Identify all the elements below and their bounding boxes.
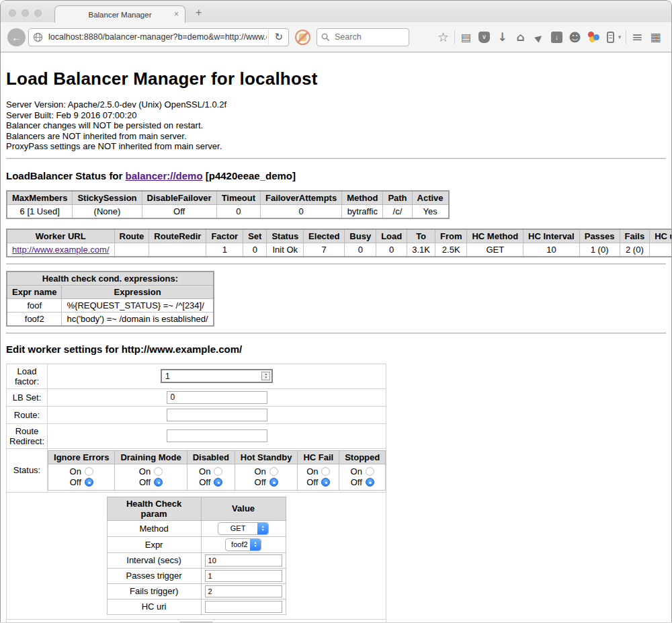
forum-smiley-icon[interactable]: ☻ (566, 30, 584, 44)
pocket-icon[interactable]: ∨ (478, 32, 490, 43)
expr-select[interactable]: foof2 (225, 538, 261, 551)
route-input[interactable] (167, 409, 267, 421)
server-built: Server Built: Feb 9 2016 07:00:20 (6, 110, 666, 121)
route-redirect-label: Route Redirect: (7, 423, 48, 448)
hc-uri-input[interactable] (205, 601, 282, 613)
horizontal-rule (6, 158, 666, 159)
ignore-errors-on-radio[interactable] (85, 467, 93, 476)
window-minimize-button[interactable] (22, 9, 29, 17)
worker-table: Worker URL Route RouteRedir Factor Set S… (6, 229, 672, 257)
hc-row-passes: Passes trigger (107, 568, 286, 583)
hc-row-fails: Fails trigger) (107, 583, 286, 599)
color-picker-icon[interactable] (587, 31, 599, 43)
tab-title: Balancer Manager (89, 11, 152, 19)
clipboard-icon[interactable]: ▤ (457, 31, 475, 44)
bookmark-star-icon[interactable]: ☆ (434, 30, 452, 44)
draining-mode-on-radio[interactable] (154, 467, 163, 476)
hc-fail-on-radio[interactable] (321, 467, 330, 476)
route-label: Route: (7, 406, 48, 423)
col-hot-standby: Hot Standby (235, 450, 298, 464)
form-row-status: Status: Ignore Errors Draining Mode Disa… (7, 448, 386, 492)
save-to-device-icon[interactable]: ↓ (551, 32, 562, 43)
col-stopped: Stopped (339, 450, 386, 464)
load-factor-input[interactable] (161, 369, 273, 383)
hc-row-hc-uri: HC uri (107, 599, 286, 614)
balancer-link[interactable]: balancer://demo (126, 170, 203, 181)
col-maxmembers: MaxMembers (7, 191, 73, 205)
adblock-disabled-icon[interactable] (295, 30, 310, 45)
draining-mode-off-radio[interactable] (154, 478, 163, 487)
form-row-route-redirect: Route Redirect: (7, 423, 386, 448)
downloads-icon[interactable]: ↓ (493, 30, 511, 44)
disabled-on-radio[interactable] (214, 467, 222, 476)
persist-notice: Balancer changes will NOT be persisted o… (6, 120, 666, 131)
table-row: 6 [1 Used] (None) Off 0 0 bytraffic /c/ … (7, 204, 449, 218)
disabled-off-radio[interactable] (214, 478, 222, 487)
passes-input[interactable] (205, 570, 282, 582)
col-active: Active (412, 191, 449, 205)
reload-icon[interactable]: ↻ (268, 30, 286, 44)
reader-list-icon[interactable] (607, 32, 614, 43)
col-hc-fail: HC Fail (298, 450, 339, 464)
tab-balancer-manager[interactable]: Balancer Manager × (54, 5, 185, 23)
health-check-table: Health Check param Value Method GET Expr (107, 497, 286, 615)
hc-row-expr: Expr foof2 (107, 536, 286, 552)
load-factor-stepper[interactable] (161, 369, 273, 383)
fails-input[interactable] (205, 585, 282, 597)
stopped-off-radio[interactable] (366, 478, 374, 487)
search-bar[interactable] (317, 28, 409, 46)
overflow-caret-icon[interactable]: ▾ (616, 34, 624, 40)
url-input[interactable] (47, 32, 268, 42)
tab-groups-icon[interactable]: ▦ (646, 30, 665, 44)
col-disablefailover: DisableFailover (142, 191, 216, 205)
navigation-toolbar: ← ↻ ☆ ▤ ∨ ↓ ⌂ ▶ (1, 22, 671, 52)
new-tab-button[interactable]: + (196, 7, 202, 19)
stopped-on-radio[interactable] (366, 467, 374, 476)
form-row-health-check: Health Check param Value Method GET Expr (7, 492, 386, 619)
lb-set-input[interactable] (167, 391, 267, 404)
col-stickysession: StickySession (73, 191, 142, 205)
search-input[interactable] (333, 32, 405, 42)
server-version: Server Version: Apache/2.5.0-dev (Unix) … (6, 99, 666, 110)
hot-standby-off-radio[interactable] (269, 478, 278, 487)
balancer-status-heading: LoadBalancer Status for balancer://demo … (6, 170, 666, 181)
ignore-errors-off-radio[interactable] (85, 478, 93, 487)
heading-suffix: [p4420eeae_demo] (203, 170, 296, 181)
back-button[interactable]: ← (7, 28, 26, 46)
menu-icon[interactable]: ≡ (628, 29, 646, 45)
interval-input[interactable] (205, 554, 282, 567)
method-select[interactable]: GET (218, 522, 269, 535)
home-icon[interactable]: ⌂ (511, 30, 530, 44)
hc-header-row: Health Check param Value (107, 497, 286, 520)
horizontal-rule (6, 333, 666, 334)
col-timeout: Timeout (216, 191, 260, 205)
col-draining-mode: Draining Mode (115, 450, 187, 464)
route-redirect-input[interactable] (167, 429, 267, 442)
col-expr-name: Expr name (7, 285, 62, 298)
worker-url-link[interactable]: http://www.example.com/ (12, 245, 110, 255)
window-close-button[interactable] (9, 9, 16, 17)
stepper-arrows-icon[interactable] (261, 372, 270, 380)
form-row-route: Route: (7, 406, 386, 423)
url-bar[interactable]: ↻ (28, 28, 289, 46)
load-factor-label: Load factor: (7, 364, 48, 388)
hc-fail-off-radio[interactable] (321, 478, 330, 487)
expr-row: foof %{REQUEST_STATUS} =~ /^[234]/ (7, 298, 214, 312)
window-zoom-button[interactable] (34, 9, 42, 17)
form-row-lb-set: LB Set: (7, 388, 386, 406)
expr-row: foof2 hc('body') =~ /domain is establish… (7, 312, 214, 326)
status-table: Ignore Errors Draining Mode Disabled Hot… (48, 450, 386, 491)
col-health-check-param: Health Check param (107, 497, 201, 520)
hc-row-interval: Interval (secs) (107, 552, 286, 568)
col-disabled: Disabled (187, 450, 235, 464)
select-arrows-icon (250, 539, 261, 550)
proxypass-notice: ProxyPass settings are NOT inherited fro… (6, 141, 666, 152)
window-controls (9, 9, 42, 17)
hot-standby-on-radio[interactable] (269, 467, 278, 476)
horizontal-rule (6, 263, 666, 265)
toolbar-divider (626, 30, 626, 44)
send-tab-icon[interactable]: ▶ (528, 28, 548, 47)
status-label: Status: (7, 448, 48, 492)
select-arrows-icon (257, 523, 268, 534)
tab-close-icon[interactable]: × (174, 9, 179, 19)
